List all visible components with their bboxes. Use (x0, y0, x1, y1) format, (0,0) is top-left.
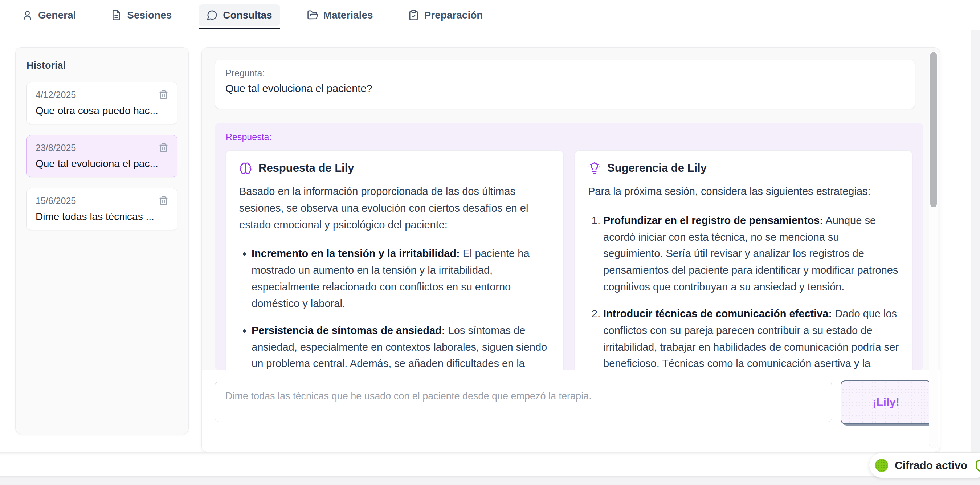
question-card: Pregunta: Que tal evoluciona el paciente… (215, 60, 915, 109)
answer-bullet: Incremento en la tensión y la irritabili… (251, 245, 550, 312)
tab-consultas[interactable]: Consultas (199, 4, 280, 26)
question-input[interactable] (215, 382, 832, 422)
bullet-lead: Incremento en la tensión y la irritabili… (251, 248, 460, 259)
history-item[interactable]: 15/6/2025 Dime todas las técnicas ... (27, 188, 178, 230)
file-text-icon (111, 10, 122, 21)
suggestion-item: Profundizar en el registro de pensamient… (603, 212, 899, 296)
tab-preparacion[interactable]: Preparación (400, 4, 491, 26)
question-label: Pregunta: (225, 68, 905, 78)
history-item-text: Dime todas las técnicas ... (35, 211, 169, 223)
history-item-text: Que tal evoluciona el pac... (35, 158, 169, 170)
status-text: Cifrado activo (895, 459, 967, 472)
item-lead: Profundizar en el registro de pensamient… (603, 215, 823, 226)
tab-bar: General Sesiones Consultas Materiales Pr… (0, 0, 980, 30)
response-cards: Respuesta de Lily Basado en la informaci… (226, 150, 913, 370)
question-text: Que tal evoluciona el paciente? (225, 83, 905, 95)
suggestion-card-header: Sugerencia de Lily (588, 162, 899, 175)
trash-icon[interactable] (159, 143, 169, 153)
tab-materiales[interactable]: Materiales (299, 4, 381, 26)
suggestion-intro: Para la próxima sesión, considera las si… (588, 183, 899, 200)
suggestion-card-body: Para la próxima sesión, considera las si… (588, 183, 899, 370)
history-item-text: Que otra cosa puedo hac... (35, 105, 169, 116)
tab-general[interactable]: General (14, 4, 84, 26)
history-item-header: 15/6/2025 (35, 196, 169, 206)
answer-intro: Basado en la información proporcionada d… (239, 183, 550, 233)
tab-label: General (38, 10, 76, 21)
history-item-header: 23/8/2025 (35, 143, 169, 153)
suggestion-card: Sugerencia de Lily Para la próxima sesió… (574, 150, 913, 370)
scrollbar-thumb[interactable] (930, 52, 937, 207)
brain-icon (239, 162, 252, 175)
composer-bar: ¡Lily! (202, 370, 940, 452)
bottom-bar (0, 452, 980, 475)
message-circle-icon (207, 10, 218, 21)
history-item[interactable]: 23/8/2025 Que tal evoluciona el pac... (27, 135, 178, 177)
history-item-date: 4/12/2025 (35, 90, 76, 100)
tab-sesiones[interactable]: Sesiones (103, 4, 180, 26)
answer-card-header: Respuesta de Lily (239, 162, 550, 175)
history-panel: Historial 4/12/2025 Que otra cosa puedo … (15, 47, 189, 434)
answer-card-title: Respuesta de Lily (258, 162, 354, 175)
answer-bullet: Persistencia de síntomas de ansiedad: Lo… (251, 322, 550, 370)
tab-label: Preparación (424, 10, 483, 21)
tab-label: Sesiones (127, 10, 172, 21)
response-section: Respuesta: Respuesta de Lily Basado en l… (215, 123, 923, 370)
answer-card-body: Basado en la información proporcionada d… (239, 183, 550, 370)
history-item-date: 23/8/2025 (35, 143, 76, 153)
bullet-lead: Persistencia de síntomas de ansiedad: (251, 324, 445, 336)
shield-code-icon (974, 458, 980, 473)
scrollbar[interactable] (929, 51, 938, 448)
history-item-header: 4/12/2025 (35, 90, 169, 100)
status-dot (875, 459, 888, 472)
item-text: Aunque se acordó iniciar con esta técnic… (603, 215, 898, 293)
consultation-panel: Pregunta: Que tal evoluciona el paciente… (202, 47, 940, 452)
tab-label: Consultas (223, 10, 272, 21)
clipboard-check-icon (408, 10, 419, 21)
page-scroll-gutter (971, 0, 980, 452)
history-item-date: 15/6/2025 (35, 196, 76, 206)
lightbulb-icon (588, 162, 601, 175)
answer-bullet-list: Incremento en la tensión y la irritabili… (239, 245, 550, 370)
trash-icon[interactable] (159, 196, 169, 205)
history-title: Historial (27, 60, 178, 71)
tab-label: Materiales (323, 10, 373, 21)
suggestion-numbered-list: Profundizar en el registro de pensamient… (588, 212, 899, 370)
user-icon (22, 10, 33, 21)
footer-strip (0, 475, 980, 485)
lily-submit-button[interactable]: ¡Lily! (841, 380, 931, 424)
trash-icon[interactable] (159, 90, 169, 99)
folder-open-icon (307, 10, 318, 21)
app-root: General Sesiones Consultas Materiales Pr… (0, 0, 980, 485)
suggestion-item: Introducir técnicas de comunicación efec… (603, 306, 899, 370)
item-lead: Introducir técnicas de comunicación efec… (603, 308, 832, 320)
suggestion-card-title: Sugerencia de Lily (607, 162, 707, 175)
response-label: Respuesta: (226, 132, 913, 142)
encryption-status: Cifrado activo (869, 453, 980, 478)
history-item[interactable]: 4/12/2025 Que otra cosa puedo hac... (27, 82, 178, 124)
answer-card: Respuesta de Lily Basado en la informaci… (226, 150, 564, 370)
